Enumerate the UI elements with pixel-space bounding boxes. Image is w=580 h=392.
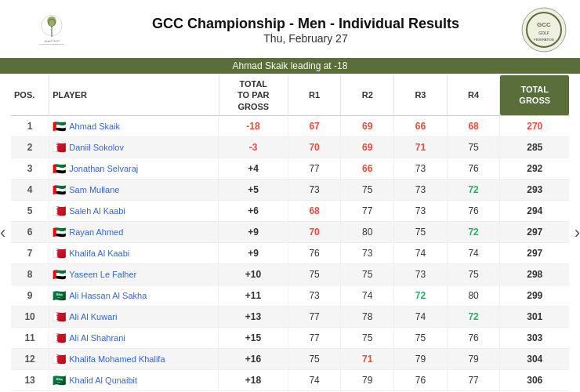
cell-r2: 73 <box>341 242 394 263</box>
player-name: Rayan Ahmed <box>69 227 123 237</box>
cell-r2: 78 <box>341 306 394 327</box>
cell-total-gross: 299 <box>500 285 569 306</box>
cell-player: 🇦🇪 Sam Mullane <box>49 180 219 200</box>
svg-text:GCC: GCC <box>537 21 551 28</box>
col-player: PLAYER <box>49 75 219 115</box>
cell-r3: 73 <box>394 158 448 179</box>
cell-par: +11 <box>219 285 288 306</box>
cell-r3: 74 <box>394 306 448 327</box>
cell-par: +10 <box>219 263 288 285</box>
cell-r2: 69 <box>341 115 394 136</box>
player-name: Khalifa Al Kaabi <box>69 249 129 258</box>
page-subtitle: Thu, February 27 <box>91 32 520 45</box>
cell-pos: 7 <box>11 242 49 263</box>
cell-r4: 74 <box>447 242 500 263</box>
cell-r3: 73 <box>394 200 448 221</box>
player-flag: 🇧🇭 <box>53 332 66 344</box>
table-row: 12 🇧🇭 Khalifa Mohamed Khalifa +16 75 71 … <box>11 348 569 369</box>
cell-r4: 72 <box>447 221 500 242</box>
table-row: 4 🇦🇪 Sam Mullane +5 73 75 73 72 293 <box>11 179 569 200</box>
cell-pos: 13 <box>11 369 49 390</box>
player-flag: 🇧🇭 <box>53 141 66 154</box>
results-table-container: ‹ › POS. PLAYER TOTAL TO PAR GROSS R1 R2… <box>0 75 580 391</box>
nav-left-button[interactable]: ‹ <box>0 223 5 243</box>
cell-r1: 67 <box>288 115 341 136</box>
cell-r2: 74 <box>341 285 394 306</box>
cell-par: +13 <box>219 306 288 327</box>
cell-r1: 77 <box>288 306 341 327</box>
cell-total-gross: 270 <box>500 115 569 136</box>
cell-r1: 75 <box>288 348 341 369</box>
player-flag: 🇦🇪 <box>53 183 66 196</box>
player-flag: 🇦🇪 <box>53 268 66 281</box>
federation-logo: الاتحاد السعودي SAUDI GOLF FEDERATION <box>13 14 91 45</box>
cell-r3: 66 <box>394 115 448 136</box>
cell-par: -18 <box>219 115 288 136</box>
cell-total-gross: 285 <box>500 136 569 158</box>
player-flag: 🇧🇭 <box>53 353 66 365</box>
cell-r3: 76 <box>394 369 448 390</box>
cell-r1: 73 <box>288 179 341 200</box>
cell-total-gross: 293 <box>500 179 569 200</box>
player-flag: 🇧🇭 <box>53 247 66 260</box>
cell-r1: 75 <box>288 263 341 285</box>
cell-pos: 9 <box>11 285 49 306</box>
cell-par: +9 <box>219 242 288 263</box>
col-r1: R1 <box>288 75 341 115</box>
table-row: 8 🇦🇪 Yaseen Le Falher +10 75 75 73 75 29… <box>11 263 569 285</box>
nav-right-button[interactable]: › <box>575 223 580 243</box>
player-name: Yaseen Le Falher <box>69 270 136 279</box>
table-header-row: POS. PLAYER TOTAL TO PAR GROSS R1 R2 R3 … <box>11 75 569 115</box>
player-name: Saleh Al Kaabi <box>69 206 125 216</box>
cell-r3: 73 <box>394 263 448 285</box>
cell-r2: 79 <box>341 369 394 390</box>
cell-par: +4 <box>219 158 288 179</box>
cell-r3: 74 <box>394 242 448 263</box>
cell-pos: 5 <box>11 200 49 221</box>
cell-pos: 2 <box>11 136 49 158</box>
col-total-gross: TOTAL GROSS <box>500 75 569 115</box>
page-title: GCC Championship - Men - Individual Resu… <box>91 16 520 32</box>
cell-pos: 12 <box>11 348 49 369</box>
golf-federation-icon: الاتحاد السعودي SAUDI GOLF FEDERATION <box>36 14 67 45</box>
cell-par: +5 <box>219 179 288 200</box>
player-flag: 🇦🇪 <box>53 162 66 175</box>
cell-player: 🇸🇦 Khalid Al Qunaibit <box>49 370 219 390</box>
player-name: Ali Al Shahrani <box>69 333 125 343</box>
player-flag: 🇦🇪 <box>53 226 66 238</box>
cell-par: -3 <box>219 136 288 158</box>
cell-r4: 75 <box>447 136 500 158</box>
table-row: 9 🇸🇦 Ali Hassan Al Sakha +11 73 74 72 80… <box>11 285 569 306</box>
cell-pos: 10 <box>11 306 49 327</box>
cell-player: 🇧🇭 Ali Al Kuwari <box>49 307 219 327</box>
cell-r2: 75 <box>341 179 394 200</box>
cell-r1: 77 <box>288 327 341 348</box>
table-row: 1 🇦🇪 Ahmad Skaik -18 67 69 66 68 270 <box>11 115 569 136</box>
cell-total-gross: 301 <box>500 306 569 327</box>
cell-r3: 72 <box>394 285 448 306</box>
cell-par: +6 <box>219 200 288 221</box>
player-name: Jonathan Selvaraj <box>69 164 138 173</box>
cell-player: 🇦🇪 Yaseen Le Falher <box>49 264 219 285</box>
cell-r1: 74 <box>288 369 341 390</box>
cell-pos: 6 <box>11 221 49 242</box>
cell-r2: 71 <box>341 348 394 369</box>
cell-r2: 69 <box>341 136 394 158</box>
table-row: 7 🇧🇭 Khalifa Al Kaabi +9 76 73 74 74 297 <box>11 242 569 263</box>
cell-r4: 76 <box>447 200 500 221</box>
cell-total-gross: 306 <box>500 369 569 390</box>
col-r2: R2 <box>341 75 394 115</box>
svg-rect-2 <box>51 26 52 38</box>
cell-r4: 68 <box>447 115 500 136</box>
cell-r1: 70 <box>288 136 341 158</box>
cell-r1: 68 <box>288 200 341 221</box>
table-row: 3 🇦🇪 Jonathan Selvaraj +4 77 66 73 76 29… <box>11 158 569 179</box>
cell-r3: 73 <box>394 179 448 200</box>
cell-r1: 77 <box>288 158 341 179</box>
player-name: Daniil Sokolov <box>69 143 124 152</box>
page-header: الاتحاد السعودي SAUDI GOLF FEDERATION GC… <box>0 0 580 56</box>
player-flag: 🇸🇦 <box>53 289 66 302</box>
cell-r4: 79 <box>447 348 500 369</box>
player-flag: 🇦🇪 <box>53 120 66 132</box>
cell-r3: 75 <box>394 221 448 242</box>
